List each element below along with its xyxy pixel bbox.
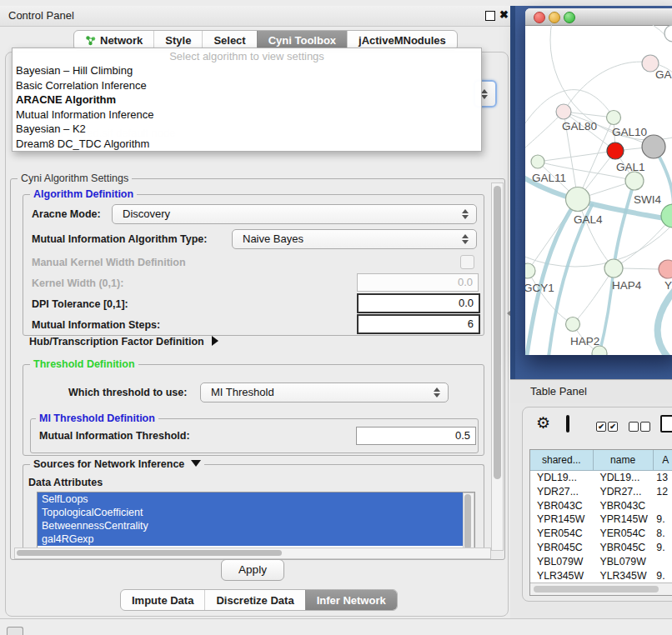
tab-infer-network[interactable]: Infer Network: [305, 590, 397, 610]
attribute-item-selfloops[interactable]: SelfLoops: [38, 492, 464, 506]
table-cell: YBR043C: [530, 499, 593, 513]
zoom-traffic-light[interactable]: [564, 12, 575, 23]
network-node-hap2[interactable]: [566, 318, 580, 332]
apply-button[interactable]: Apply: [221, 559, 284, 581]
settings-vertical-scrollbar[interactable]: [491, 182, 504, 551]
tab-impute-data[interactable]: Impute Data: [121, 590, 204, 610]
table-cell: 9.: [653, 569, 672, 582]
network-node-gal10[interactable]: [607, 111, 621, 125]
settings-horizontal-scrollbar[interactable]: [14, 548, 491, 559]
sources-expander[interactable]: Sources for Network Inference: [30, 458, 204, 470]
table-row[interactable]: YPR145WYPR145W9.: [530, 512, 672, 527]
attribute-item-topologicalcoefficient[interactable]: TopologicalCoefficient: [38, 506, 464, 519]
table-cell: [653, 499, 672, 513]
cyni-mode-tabstrip: Impute DataDiscretize DataInfer Network: [120, 589, 398, 611]
tab-discretize-data[interactable]: Discretize Data: [204, 590, 304, 610]
mi-algorithm-type-select[interactable]: Naive Bayes: [232, 229, 477, 249]
tab-style-label: Style: [165, 34, 191, 47]
table-row[interactable]: YBR045CYBR045C9.: [530, 541, 672, 555]
aracne-mode-select[interactable]: Discovery: [112, 204, 477, 224]
column-header-shared[interactable]: shared...: [530, 450, 594, 470]
mi-type-label: Mutual Information Algorithm Type:: [32, 233, 207, 245]
network-node-gal11[interactable]: [531, 155, 544, 168]
network-node-swi4[interactable]: [661, 204, 672, 228]
minimize-traffic-light[interactable]: [549, 12, 560, 23]
attribute-item-betweennesscentrality[interactable]: BetweennessCentrality: [38, 519, 464, 532]
unchecked-checkbox-icon-1[interactable]: [629, 422, 639, 432]
checked-checkbox-icon-1[interactable]: ✔: [596, 422, 606, 432]
tab-select-label: Select: [213, 34, 245, 47]
mi-threshold-field[interactable]: 0.5: [356, 427, 476, 445]
kernel-width-field[interactable]: 0.0: [357, 273, 479, 292]
node-label-gal-partial: GAL: [655, 68, 672, 81]
network-node-red-node[interactable]: [607, 142, 624, 159]
dropdown-item-mutual-information-inference[interactable]: Mutual Information Inference: [13, 108, 481, 122]
kernel-width-label: Kernel Width (0,1):: [32, 278, 123, 289]
network-node-gray-node[interactable]: [642, 135, 665, 158]
table-panel-body: ⚙ ✔ ✔ shared...nameA YDL19...YDL19...13Y…: [522, 407, 672, 602]
table-row[interactable]: YDR27...YDR27...12: [530, 485, 672, 499]
close-traffic-light[interactable]: [534, 12, 545, 23]
hub-definition-expander[interactable]: Hub/Transcription Factor Definition: [29, 336, 218, 348]
table-cell: YPR145W: [593, 512, 653, 527]
table-row[interactable]: YER054CYER054C8.: [530, 527, 672, 541]
threshold-definition-title: Threshold Definition: [30, 358, 138, 370]
algorithm-dropdown-popup: Select algorithm to view settings Bayesi…: [12, 48, 482, 152]
network-node-edge-circle[interactable]: [664, 25, 672, 42]
algorithm-definition-group: Algorithm Definition Aracne Mode: Discov…: [23, 194, 484, 336]
network-node-gcy1[interactable]: [525, 263, 535, 278]
column-header-name[interactable]: name: [594, 450, 654, 470]
close-panel-icon[interactable]: ✖: [499, 8, 509, 21]
table-horizontal-scrollbar[interactable]: [530, 582, 672, 595]
network-window-titlebar[interactable]: [525, 8, 672, 26]
dropdown-item-basic-correlation-inference[interactable]: Basic Correlation Inference: [13, 78, 481, 93]
threshold-definition-group: Threshold Definition Which threshold to …: [23, 364, 484, 456]
gear-icon[interactable]: ⚙: [536, 415, 550, 431]
network-node-salmon-node[interactable]: [659, 260, 672, 278]
sources-title: Sources for Network Inference: [33, 458, 184, 470]
network-canvas[interactable]: GALGAL80GAL10GAL1GAL11SWI4GAL4GCY1HAP4YH…: [525, 25, 672, 355]
table-row[interactable]: YDL19...YDL19...13: [530, 471, 672, 485]
attribute-item-gal4rgexp[interactable]: gal4RGexp: [38, 532, 464, 546]
network-node-hap4[interactable]: [604, 259, 623, 278]
node-label-gal4: GAL4: [574, 213, 603, 226]
column-header-a[interactable]: A: [654, 450, 672, 470]
dpi-tolerance-field[interactable]: 0.0: [357, 293, 480, 313]
application-root: Control Panel ✖ NetworkStyleSelectCyni T…: [0, 0, 672, 635]
tab-impute-data-label: Impute Data: [132, 594, 193, 607]
node-label-hap4: HAP4: [612, 279, 642, 292]
hub-definition-label: Hub/Transcription Factor Definition: [29, 336, 204, 348]
dropdown-item-aracne-algorithm[interactable]: ARACNE Algorithm: [13, 92, 481, 108]
dropdown-item-dream8-dc-tdc-algorithm[interactable]: Dream8 DC_TDC Algorithm: [13, 137, 481, 152]
tab-network-label: Network: [100, 34, 143, 47]
table-cell: YBR045C: [530, 541, 593, 555]
checked-checkbox-icon-2[interactable]: ✔: [608, 422, 618, 432]
table-cell: YER054C: [593, 527, 653, 541]
list-scrollbar[interactable]: [463, 492, 474, 552]
table-row[interactable]: YBR043CYBR043C: [530, 499, 672, 513]
network-node-gal4[interactable]: [566, 188, 590, 212]
dropdown-item-bayesian-k2[interactable]: Bayesian – K2: [13, 122, 481, 137]
which-threshold-select[interactable]: MI Threshold: [200, 382, 449, 402]
table-row[interactable]: YLR345WYLR345W9.: [530, 569, 672, 582]
unchecked-checkbox-icon-2[interactable]: [640, 422, 650, 432]
expand-right-icon: [212, 336, 218, 346]
network-node-gal80[interactable]: [556, 104, 571, 119]
mi-steps-field[interactable]: 6: [357, 314, 480, 334]
node-label-gal11: GAL11: [532, 172, 566, 184]
node-label-gal10: GAL10: [612, 126, 647, 138]
float-window-icon[interactable]: [485, 11, 495, 21]
table-panel-title: Table Panel: [530, 385, 587, 398]
control-panel-titlebar: Control Panel ✖: [0, 6, 510, 27]
dropdown-item-bayesian-hill-climbing[interactable]: Bayesian – Hill Climbing: [13, 63, 481, 78]
table-cell: YDL19...: [593, 471, 653, 485]
mi-threshold-group: MI Threshold Definition Mutual Informati…: [30, 418, 479, 453]
table-cell: YBR045C: [593, 541, 653, 555]
columns-icon[interactable]: [566, 415, 569, 432]
control-panel-title: Control Panel: [8, 9, 74, 22]
table-cell: YDR27...: [530, 485, 593, 499]
network-node-gal1[interactable]: [625, 172, 644, 190]
table-row[interactable]: YBL079WYBL079W: [530, 555, 672, 569]
manual-kernel-checkbox[interactable]: [460, 255, 474, 269]
document-icon[interactable]: [660, 415, 672, 432]
